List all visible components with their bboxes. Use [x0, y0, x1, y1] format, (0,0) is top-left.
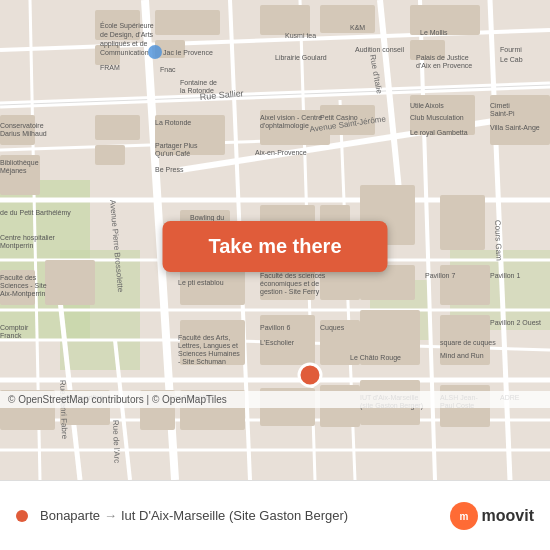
svg-text:Fnac: Fnac [160, 66, 176, 73]
svg-text:Librairie Goulard: Librairie Goulard [275, 54, 327, 61]
svg-text:Conservatoire: Conservatoire [0, 122, 44, 129]
svg-text:Utile: Utile [410, 102, 424, 109]
svg-text:Montperrin: Montperrin [0, 242, 34, 250]
svg-text:Sciences Humaines: Sciences Humaines [178, 350, 240, 357]
route-to: Iut D'Aix-Marseille (Site Gaston Berger) [121, 508, 348, 523]
svg-text:Pavillon 7: Pavillon 7 [425, 272, 455, 279]
svg-text:Rue de l'Arc: Rue de l'Arc [111, 420, 122, 464]
svg-text:Faculté des Arts,: Faculté des Arts, [178, 334, 230, 341]
svg-text:La Rotonde: La Rotonde [155, 119, 191, 126]
svg-rect-38 [95, 115, 140, 140]
svg-text:Club Musculation: Club Musculation [410, 114, 464, 121]
svg-text:FRAM: FRAM [100, 64, 120, 71]
svg-text:Fontaine de: Fontaine de [180, 79, 217, 86]
svg-rect-49 [440, 195, 485, 250]
svg-text:appliqués et de: appliqués et de [100, 40, 148, 48]
svg-text:Le Mollis: Le Mollis [420, 29, 448, 36]
svg-text:Palais de Justice: Palais de Justice [416, 54, 469, 61]
moovit-brand-text: moovit [482, 507, 534, 525]
svg-rect-54 [440, 265, 490, 305]
route-dot [16, 510, 28, 522]
svg-text:Centre hospitalier: Centre hospitalier [0, 234, 56, 242]
bottom-bar: Bonaparte → Iut D'Aix-Marseille (Site Ga… [0, 480, 550, 550]
svg-text:Le pti establou: Le pti establou [178, 279, 224, 287]
map-attribution: © OpenStreetMap contributors | © OpenMap… [0, 391, 550, 408]
svg-text:Aix-Montperrin: Aix-Montperrin [0, 290, 46, 298]
svg-text:de du Petit Barthélémy: de du Petit Barthélémy [0, 209, 71, 217]
svg-text:Darius Milhaud: Darius Milhaud [0, 130, 47, 137]
svg-text:gestion - Site Ferry: gestion - Site Ferry [260, 288, 320, 296]
svg-text:Pavillon 6: Pavillon 6 [260, 324, 290, 331]
route-info: Bonaparte → Iut D'Aix-Marseille (Site Ga… [16, 508, 450, 523]
svg-text:la Rotonde: la Rotonde [180, 87, 214, 94]
svg-text:Lettres, Langues et: Lettres, Langues et [178, 342, 238, 350]
svg-text:École Supérieure: École Supérieure [100, 21, 154, 30]
svg-text:Jac le Provence: Jac le Provence [163, 49, 213, 56]
svg-text:Franck: Franck [0, 332, 22, 339]
svg-point-149 [299, 364, 321, 386]
svg-text:de Design, d'Arts: de Design, d'Arts [100, 31, 154, 39]
svg-text:K&M: K&M [350, 24, 365, 31]
svg-text:Petit Casino: Petit Casino [320, 114, 358, 121]
map-container: Rue Sallier Avenue Pierre Brossolette Av… [0, 0, 550, 480]
svg-text:Pavillon 1: Pavillon 1 [490, 272, 520, 279]
route-single-line: Bonaparte → Iut D'Aix-Marseille (Site Ga… [40, 508, 348, 523]
svg-text:Le Cab: Le Cab [500, 56, 523, 63]
svg-text:Cimeti: Cimeti [490, 102, 510, 109]
svg-text:Audition conseil: Audition conseil [355, 46, 404, 53]
svg-text:Méjanes: Méjanes [0, 167, 27, 175]
svg-text:Pavillon 2 Ouest: Pavillon 2 Ouest [490, 319, 541, 326]
svg-text:Mind and Run: Mind and Run [440, 352, 484, 359]
svg-rect-39 [95, 145, 125, 165]
svg-text:Aixel vision - Centre: Aixel vision - Centre [260, 114, 322, 121]
svg-text:d'Aix en Provence: d'Aix en Provence [416, 62, 472, 69]
svg-text:Cuques: Cuques [320, 324, 345, 332]
svg-text:Aix-en-Provence: Aix-en-Provence [255, 149, 307, 156]
moovit-brand-icon: m [455, 507, 473, 525]
svg-text:Communication: Communication [100, 49, 149, 56]
route-arrow: → [104, 508, 117, 523]
route-from: Bonaparte [40, 508, 100, 523]
svg-rect-50 [180, 270, 245, 305]
svg-text:Qu'un Café: Qu'un Café [155, 150, 190, 158]
svg-rect-32 [260, 5, 310, 35]
svg-text:Fourmi: Fourmi [500, 46, 522, 53]
svg-text:Be Press: Be Press [155, 166, 184, 173]
svg-text:d'ophtalmologie: d'ophtalmologie [260, 122, 309, 130]
take-me-there-button[interactable]: Take me there [163, 221, 388, 272]
svg-text:Kusmi tea: Kusmi tea [285, 32, 316, 39]
svg-rect-33 [320, 5, 375, 33]
svg-point-81 [148, 45, 162, 59]
svg-text:Aixols: Aixols [425, 102, 444, 109]
svg-rect-30 [155, 10, 220, 35]
svg-text:L'Escholier: L'Escholier [260, 339, 295, 346]
svg-text:Partager Plus: Partager Plus [155, 142, 198, 150]
svg-rect-56 [45, 260, 95, 305]
svg-text:- Site Schuman: - Site Schuman [178, 358, 226, 365]
svg-text:Villa Saint-Ange: Villa Saint-Ange [490, 124, 540, 132]
svg-text:Saint-Pi: Saint-Pi [490, 110, 515, 117]
svg-text:économiques et de: économiques et de [260, 280, 319, 288]
svg-text:Le royal Gambetta: Le royal Gambetta [410, 129, 468, 137]
svg-text:Bibliothèque: Bibliothèque [0, 159, 39, 167]
svg-text:Le Châto Rouge: Le Châto Rouge [350, 354, 401, 362]
svg-text:Faculté des: Faculté des [0, 274, 37, 281]
svg-text:m: m [459, 511, 468, 522]
svg-text:Sciences - Site: Sciences - Site [0, 282, 47, 289]
svg-text:Faculté des sciences: Faculté des sciences [260, 272, 326, 279]
moovit-icon: m [450, 502, 478, 530]
svg-text:square de cuques: square de cuques [440, 339, 496, 347]
svg-text:Comptoir: Comptoir [0, 324, 29, 332]
svg-text:Cours Gam: Cours Gam [493, 220, 503, 262]
moovit-logo: m moovit [450, 502, 534, 530]
